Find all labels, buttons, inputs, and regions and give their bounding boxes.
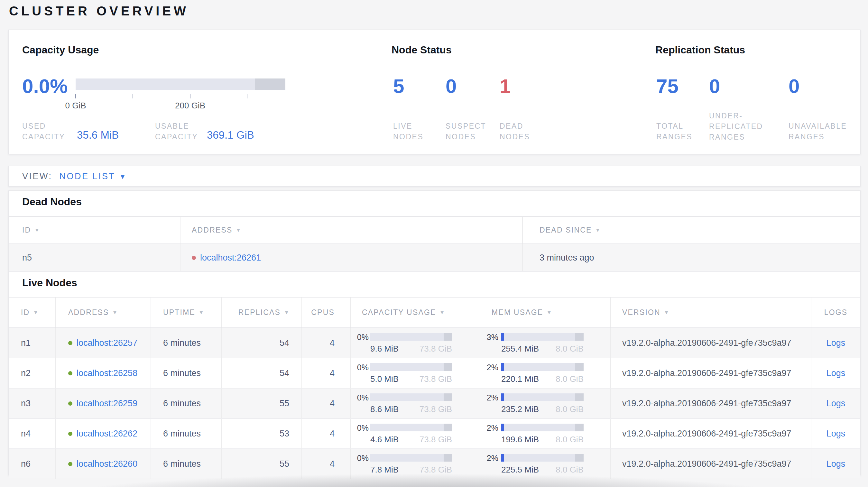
mem-usage-cell: 2% 220.1 MiB8.0 GiB [480,358,611,388]
replication-status-title: Replication Status [655,44,745,56]
node-address-cell: localhost:26261 [181,244,523,271]
column-header-dead-since[interactable]: DEAD SINCE ▼ [523,217,860,244]
column-header-address[interactable]: ADDRESS ▼ [56,297,151,327]
node-address-link[interactable]: localhost:26258 [76,368,137,378]
node-address-link[interactable]: localhost:26257 [76,338,137,348]
bar-reserved-segment [575,363,584,371]
dead-since-cell: 3 minutes ago [523,244,860,271]
table-row: n3 localhost:26259 6 minutes 55 4 0% 8.6… [9,389,860,419]
bar-used-segment [501,363,504,371]
live-nodes-label: LIVE NODES [393,121,432,142]
cpus-cell: 4 [302,419,351,448]
capacity-bar [370,363,452,371]
mem-bar [501,393,584,401]
view-selected-value: NODE LIST [60,171,116,182]
unavailable-ranges-count: 0 [788,75,800,97]
column-header-replicas[interactable]: REPLICAS ▼ [222,297,302,327]
sort-desc-icon: ▼ [33,310,38,316]
sort-desc-icon: ▼ [439,310,445,316]
table-row: n1 localhost:26257 6 minutes 54 4 0% 9.6… [9,328,860,358]
cpus-cell: 4 [302,389,351,418]
sort-desc-icon: ▼ [595,227,601,233]
replicas-cell: 55 [222,389,302,418]
node-address-link[interactable]: localhost:26262 [76,429,137,439]
column-header-cpus: CPUS [302,297,351,327]
mem-bar [501,333,584,340]
used-capacity-value: 35.6 MiB [77,128,119,142]
dead-nodes-heading: Dead Nodes [22,196,82,208]
table-row: n4 localhost:26262 6 minutes 53 4 0% 4.6… [9,419,860,449]
dead-nodes-label: DEAD NODES [500,121,538,142]
used-capacity-label: USED CAPACITY [22,121,74,142]
node-address-link[interactable]: localhost:26259 [76,398,137,409]
column-header-id[interactable]: ID ▼ [9,217,181,244]
logs-cell: Logs [811,419,860,448]
mem-bar [501,454,584,462]
suspect-nodes-label: SUSPECT NODES [445,121,490,142]
column-header-logs: LOGS [811,297,860,327]
version-cell: v19.2.0-alpha.20190606-2491-gfe735c9a97 [611,358,811,388]
bar-used-segment [501,424,504,431]
node-id-cell: n4 [9,419,56,448]
column-header-mem-usage[interactable]: MEM USAGE ▼ [480,297,611,327]
live-nodes-heading: Live Nodes [22,277,77,289]
table-row: n5 localhost:26261 3 minutes ago [9,244,860,272]
node-id-cell: n2 [9,358,56,388]
sort-desc-icon: ▼ [112,310,118,316]
axis-tick [75,94,76,98]
axis-tick [247,94,247,98]
sort-desc-icon: ▼ [198,310,204,316]
dead-status-dot-icon [192,256,196,260]
capacity-usage-cell: 0% 8.6 MiB73.8 GiB [351,389,480,418]
logs-link[interactable]: Logs [827,338,845,348]
axis-tick [190,94,190,98]
column-header-capacity-usage[interactable]: CAPACITY USAGE ▼ [351,297,480,327]
capacity-percent-value: 0.0% [22,75,68,97]
uptime-cell: 6 minutes [151,328,222,358]
column-header-id[interactable]: ID ▼ [9,297,56,327]
uptime-cell: 6 minutes [151,419,222,448]
column-header-version[interactable]: VERSION ▼ [611,297,811,327]
capacity-bar [370,424,452,431]
sort-desc-icon: ▼ [284,310,289,316]
node-address-link[interactable]: localhost:26260 [76,459,137,469]
version-cell: v19.2.0-alpha.20190606-2491-gfe735c9a97 [611,419,811,448]
view-selector-dropdown[interactable]: NODE LIST ▾ [60,171,125,182]
node-address-cell: localhost:26262 [56,419,151,448]
logs-link[interactable]: Logs [827,398,845,409]
mem-usage-cell: 3% 255.4 MiB8.0 GiB [480,328,611,358]
axis-tick [132,94,133,98]
live-status-dot-icon [68,341,72,345]
logs-link[interactable]: Logs [827,459,845,469]
axis-label-200: 200 GiB [175,101,205,111]
bar-reserved-segment [575,424,584,431]
sort-desc-icon: ▼ [236,227,241,233]
bar-reserved-segment [575,454,584,462]
column-header-uptime[interactable]: UPTIME ▼ [151,297,222,327]
usable-capacity-value: 369.1 GiB [207,128,254,142]
node-id-cell: n1 [9,328,56,358]
live-status-dot-icon [68,401,72,405]
under-replicated-ranges-count: 0 [709,75,720,97]
node-status-title: Node Status [392,44,452,56]
nodes-card: Dead Nodes ID ▼ ADDRESS ▼ DEAD SINCE ▼ [8,190,861,476]
live-nodes-table: ID ▼ ADDRESS ▼ UPTIME ▼ REPLICAS ▼ CPUS [9,297,860,479]
bar-reserved-segment [444,424,452,431]
node-address-link[interactable]: localhost:26261 [200,253,261,263]
replicas-cell: 54 [222,358,302,388]
bar-reserved-segment [444,393,452,401]
node-id-cell: n3 [9,389,56,418]
bar-reserved-segment [575,333,584,340]
view-bar: VIEW: NODE LIST ▾ [8,166,861,187]
logs-link[interactable]: Logs [827,429,845,439]
cluster-overview-page: CLUSTER OVERVIEW Capacity Usage 0.0% 0 G… [0,0,868,487]
logs-link[interactable]: Logs [827,368,845,378]
column-header-address[interactable]: ADDRESS ▼ [181,217,523,244]
sort-desc-icon: ▼ [546,310,552,316]
logs-cell: Logs [811,328,860,358]
replicas-cell: 53 [222,419,302,448]
cluster-summary-card: Capacity Usage 0.0% 0 GiB 200 GiB USED C… [8,30,861,154]
bar-reserved-segment [444,363,452,371]
table-header-row: ID ▼ ADDRESS ▼ UPTIME ▼ REPLICAS ▼ CPUS [9,297,860,328]
axis-label-0: 0 GiB [65,101,86,111]
